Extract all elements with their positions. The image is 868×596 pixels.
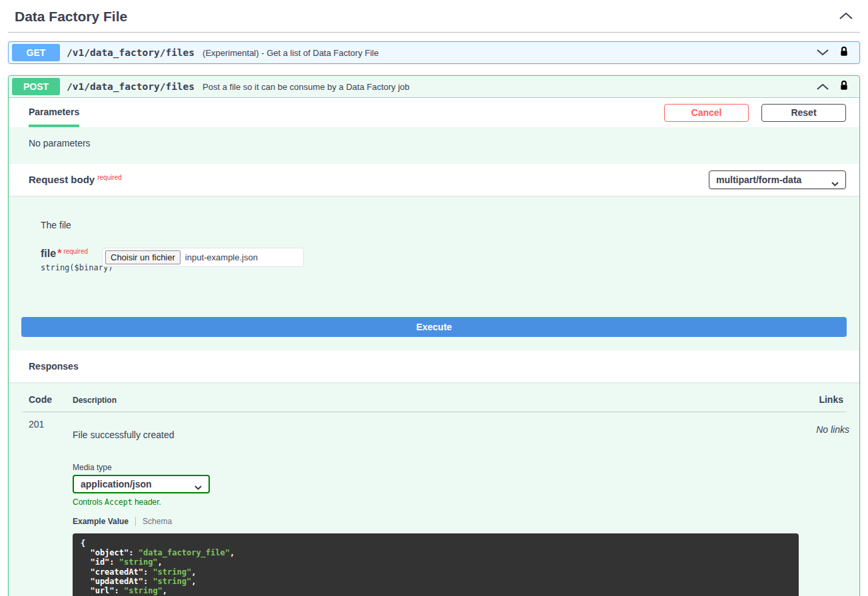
responses-table: Code Description Links 201 File successf… [9, 382, 859, 596]
get-method-badge: GET [12, 44, 60, 61]
param-type: string($binary) [41, 263, 102, 272]
response-row-201: 201 File successfully created Media type… [22, 412, 846, 596]
post-method-badge: POST [12, 78, 60, 95]
request-body-content: The file file*required string($binary) C… [9, 196, 859, 350]
request-body-label-wrap: Request bodyrequired [29, 174, 122, 186]
chevron-up-icon[interactable] [817, 81, 829, 93]
chevron-down-icon [831, 178, 839, 188]
response-code: 201 [22, 419, 73, 430]
tab-separator [135, 517, 136, 526]
tab-example-value[interactable]: Example Value [73, 517, 129, 526]
reset-button[interactable]: Reset [761, 104, 846, 122]
param-row-file: file*required string($binary) Choisir un… [41, 248, 847, 272]
responses-title: Responses [29, 361, 79, 372]
responses-header: Responses [9, 350, 859, 382]
cancel-button[interactable]: Cancel [664, 104, 749, 122]
no-parameters-text: No parameters [9, 127, 859, 164]
responses-table-head: Code Description Links [22, 394, 846, 405]
response-description-cell: File successfully created Media type app… [73, 419, 799, 596]
page-title: Data Factory File [15, 9, 127, 25]
request-content-type-value: multipart/form-data [716, 174, 801, 185]
parameters-tab-header: Parameters Cancel Reset [9, 98, 859, 127]
opblock-post: POST /v1/data_factory/files Post a file … [8, 75, 860, 596]
get-summary-row[interactable]: GET /v1/data_factory/files (Experimental… [9, 42, 859, 63]
lock-icon[interactable] [839, 46, 849, 59]
request-content-type-select[interactable]: multipart/form-data [709, 170, 846, 189]
param-required-tag: required [63, 248, 88, 255]
post-summary-icons [817, 80, 853, 93]
column-header-links: Links [793, 394, 846, 405]
post-description: Post a file so it can be consume by a Da… [203, 82, 410, 92]
post-summary-row[interactable]: POST /v1/data_factory/files Post a file … [9, 76, 859, 98]
column-header-code: Code [22, 394, 73, 405]
get-path: /v1/data_factory/files [67, 47, 195, 58]
choose-file-button[interactable]: Choisir un fichier [105, 250, 181, 264]
param-required-star: * [57, 248, 61, 259]
column-header-description: Description [73, 396, 793, 405]
request-body-label: Request body [29, 174, 95, 185]
param-name: file [41, 248, 56, 259]
get-summary-icons [817, 46, 853, 59]
media-type-select[interactable]: application/json [73, 475, 210, 493]
tab-parameters[interactable]: Parameters [29, 98, 79, 127]
swagger-section: Data Factory File GET /v1/data_factory/f… [0, 0, 868, 596]
chevron-down-icon [195, 481, 202, 492]
media-type-label: Media type [73, 463, 799, 472]
media-type-value: application/json [81, 479, 152, 489]
response-links: No links [799, 419, 852, 435]
tab-schema[interactable]: Schema [143, 517, 172, 526]
example-json-code[interactable]: { "object": "data_factory_file", "id": "… [73, 533, 799, 596]
param-description: The file [41, 220, 847, 230]
accept-code: Accept [105, 497, 133, 507]
response-description: File successfully created [73, 430, 799, 440]
lock-icon[interactable] [839, 80, 849, 93]
accept-header-note: Controls Accept header. [73, 497, 799, 507]
opblock-get: GET /v1/data_factory/files (Experimental… [8, 41, 860, 64]
post-path: /v1/data_factory/files [67, 81, 195, 92]
section-header[interactable]: Data Factory File [8, 0, 860, 33]
try-out-buttons: Cancel Reset [664, 104, 846, 122]
request-body-header: Request bodyrequired multipart/form-data [9, 164, 859, 196]
param-name-col: file*required string($binary) [41, 248, 102, 272]
selected-file-name: input-example.json [185, 252, 258, 262]
chevron-down-icon[interactable] [817, 47, 829, 59]
model-example-tabs: Example Value Schema [73, 517, 799, 526]
get-description: (Experimental) - Get a list of Data Fact… [203, 48, 378, 58]
execute-button[interactable]: Execute [21, 317, 847, 337]
request-body-required-tag: required [97, 174, 122, 181]
file-input[interactable]: Choisir un fichier input-example.json [102, 248, 304, 267]
section-collapse-icon[interactable] [839, 11, 853, 23]
